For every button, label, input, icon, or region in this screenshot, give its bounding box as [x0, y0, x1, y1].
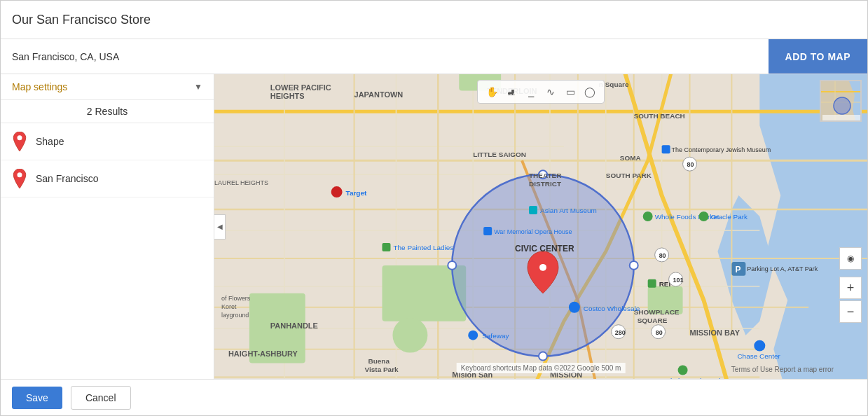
- svg-text:Costco Wholesale: Costco Wholesale: [584, 305, 640, 312]
- zigzag-tool-button[interactable]: ∿: [542, 83, 559, 100]
- result-shape-label: Shape: [36, 136, 64, 147]
- svg-point-95: [678, 366, 688, 375]
- pin-icon: [12, 169, 27, 188]
- svg-point-77: [643, 212, 653, 221]
- cancel-button[interactable]: Cancel: [71, 386, 131, 410]
- svg-text:Safeway: Safeway: [482, 332, 509, 340]
- svg-text:LOWER PACIFIC: LOWER PACIFIC: [270, 83, 331, 92]
- svg-text:War Memorial Opera House: War Memorial Opera House: [494, 228, 572, 235]
- page-title: Our San Francisco Store: [12, 13, 151, 27]
- svg-rect-99: [662, 145, 670, 153]
- svg-text:SOUTH BEACH: SOUTH BEACH: [634, 112, 685, 120]
- svg-text:101: 101: [673, 277, 684, 284]
- results-count: 2 Results: [1, 100, 214, 123]
- svg-point-37: [539, 352, 547, 361]
- pin-tool-button[interactable]: ⛸: [503, 83, 520, 100]
- add-to-map-button[interactable]: ADD TO MAP: [769, 39, 867, 74]
- svg-text:Koret: Koret: [221, 303, 237, 310]
- title-bar: Our San Francisco Store: [1, 1, 867, 39]
- search-input[interactable]: [12, 39, 769, 74]
- bottom-bar: Save Cancel: [1, 379, 867, 415]
- svg-rect-79: [483, 227, 492, 235]
- sidebar-toggle-button[interactable]: ◀: [214, 214, 226, 240]
- sidebar: Map settings ▼ 2 Results Shape San Franc…: [1, 74, 214, 379]
- map-settings-label: Map settings: [12, 81, 67, 92]
- svg-text:Oracle Park: Oracle Park: [710, 213, 748, 221]
- svg-text:Whole Foods Market: Whole Foods Market: [664, 377, 729, 379]
- zoom-controls: ◉ + −: [839, 247, 862, 323]
- svg-text:THEATER: THEATER: [529, 172, 561, 179]
- svg-text:SHOWPLACE: SHOWPLACE: [634, 308, 680, 316]
- chevron-down-icon: ▼: [194, 82, 202, 92]
- map-toolbar: ✋ ⛸ ⎯ ∿ ▭ ◯: [477, 80, 605, 104]
- result-sf-label: San Francisco: [36, 173, 98, 184]
- svg-text:CIVIC CENTER: CIVIC CENTER: [515, 244, 574, 254]
- svg-point-35: [630, 261, 638, 270]
- svg-text:Buena: Buena: [368, 357, 390, 365]
- svg-point-32: [392, 318, 427, 353]
- save-button[interactable]: Save: [12, 387, 62, 409]
- svg-text:SQUARE: SQUARE: [638, 317, 668, 324]
- svg-text:Target: Target: [346, 189, 367, 197]
- svg-rect-119: [822, 115, 862, 122]
- svg-text:80: 80: [659, 252, 666, 259]
- svg-point-89: [754, 340, 765, 352]
- svg-text:HAIGHT-ASHBURY: HAIGHT-ASHBURY: [228, 349, 298, 358]
- map-attribution: Keyboard shortcuts Map data ©2022 Google…: [457, 363, 626, 373]
- pin-icon: [12, 132, 27, 151]
- svg-text:SOMA: SOMA: [620, 154, 641, 162]
- svg-point-34: [448, 261, 456, 270]
- zoom-out-button[interactable]: −: [839, 300, 862, 323]
- svg-text:LAUREL HEIGHTS: LAUREL HEIGHTS: [214, 179, 268, 186]
- svg-point-83: [468, 331, 478, 340]
- svg-text:280: 280: [615, 329, 626, 336]
- list-item[interactable]: Shape: [1, 123, 214, 160]
- svg-text:PANHANDLE: PANHANDLE: [270, 321, 318, 330]
- svg-text:Whole Foods Market: Whole Foods Market: [655, 213, 719, 221]
- svg-text:The Painted Ladies: The Painted Ladies: [393, 244, 453, 251]
- svg-rect-85: [382, 243, 390, 251]
- circle-tool-button[interactable]: ◯: [581, 83, 598, 100]
- svg-text:of Flowers: of Flowers: [221, 295, 251, 302]
- svg-point-0: [18, 135, 22, 140]
- svg-text:P: P: [735, 265, 740, 275]
- map-container: LOWER PACIFIC HEIGHTS JAPANTOWN TENDERLO…: [214, 74, 867, 379]
- svg-point-73: [331, 186, 343, 197]
- svg-rect-93: [648, 279, 656, 288]
- app-container: Our San Francisco Store ADD TO MAP Map s…: [0, 0, 868, 416]
- search-bar: ADD TO MAP: [1, 39, 867, 74]
- zoom-in-button[interactable]: +: [839, 277, 862, 299]
- svg-text:Asian Art Museum: Asian Art Museum: [540, 207, 597, 214]
- svg-text:Chase Center: Chase Center: [737, 352, 780, 360]
- svg-text:SOUTH PARK: SOUTH PARK: [606, 172, 652, 179]
- svg-text:The Contemporary Jewish Museum: The Contemporary Jewish Museum: [672, 146, 771, 153]
- svg-point-81: [569, 302, 580, 313]
- svg-text:DISTRICT: DISTRICT: [529, 180, 561, 188]
- rect-tool-button[interactable]: ▭: [562, 83, 579, 100]
- svg-text:MISSION BAY: MISSION BAY: [690, 328, 740, 337]
- svg-point-38: [539, 264, 546, 271]
- locate-me-button[interactable]: ◉: [839, 247, 862, 270]
- svg-text:80: 80: [656, 329, 663, 336]
- hand-tool-button[interactable]: ✋: [483, 83, 500, 100]
- svg-text:layground: layground: [221, 312, 249, 319]
- svg-text:JAPANTOWN: JAPANTOWN: [354, 90, 404, 99]
- line-tool-button[interactable]: ⎯: [523, 83, 539, 100]
- svg-point-1: [18, 172, 22, 177]
- map-visual: LOWER PACIFIC HEIGHTS JAPANTOWN TENDERLO…: [214, 74, 867, 379]
- main-content: Map settings ▼ 2 Results Shape San Franc…: [1, 74, 867, 379]
- map-attribution-right: Terms of Use Report a map error: [731, 366, 834, 373]
- svg-point-91: [699, 212, 709, 221]
- svg-text:Parking Lot A, AT&T Park: Parking Lot A, AT&T Park: [747, 265, 818, 272]
- svg-text:Vista Park: Vista Park: [365, 366, 399, 373]
- map-settings-row[interactable]: Map settings ▼: [1, 74, 214, 100]
- minimap[interactable]: [820, 80, 862, 122]
- list-item[interactable]: San Francisco: [1, 160, 214, 197]
- svg-text:80: 80: [687, 161, 694, 168]
- svg-rect-75: [529, 206, 537, 214]
- svg-point-118: [834, 97, 850, 114]
- svg-text:HEIGHTS: HEIGHTS: [270, 92, 305, 100]
- svg-text:LITTLE SAIGON: LITTLE SAIGON: [473, 151, 526, 158]
